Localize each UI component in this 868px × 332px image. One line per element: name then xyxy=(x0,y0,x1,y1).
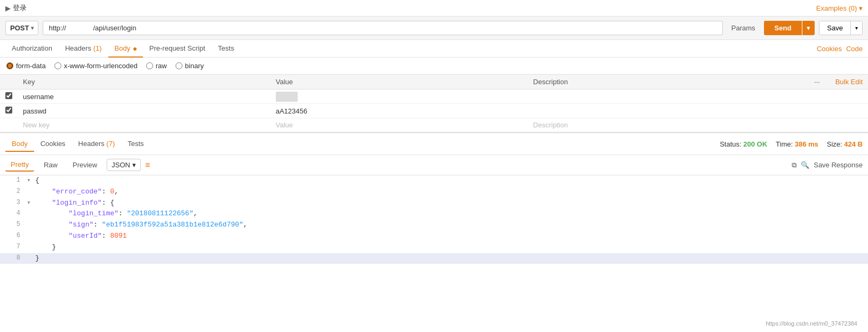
top-bar: ▶ 登录 Examples (0) ▾ xyxy=(0,0,868,17)
json-chevron-icon: ▾ xyxy=(132,161,136,169)
json-display: 1 ▾ { 2 "error_code": 0, 3 ▾ "login_info… xyxy=(0,175,868,264)
row1-checkbox[interactable] xyxy=(5,92,12,99)
response-tabs: Body Cookies Headers (7) Tests xyxy=(5,136,150,151)
json-line-2: 2 "error_code": 0, xyxy=(0,187,868,198)
new-desc-cell[interactable]: Description xyxy=(528,118,804,132)
format-raw-button[interactable]: Raw xyxy=(38,159,63,171)
urlencoded-option[interactable]: x-www-form-urlencoded xyxy=(54,62,138,70)
breadcrumb: ▶ 登录 xyxy=(5,3,27,13)
table-row: passwd aA123456 xyxy=(0,104,868,118)
send-dropdown-button[interactable]: ▾ xyxy=(802,21,815,35)
size-value: 424 B xyxy=(844,140,863,148)
breadcrumb-label: 登录 xyxy=(13,3,27,13)
form-data-label: form-data xyxy=(16,62,46,70)
raw-label: raw xyxy=(156,62,167,70)
json-line-5: 5 "sign": "eb1f51983f592a51a381b1e812e6d… xyxy=(0,220,868,231)
form-data-option[interactable]: form-data xyxy=(6,62,46,70)
row1-key-cell[interactable]: username xyxy=(18,90,270,104)
row2-check-cell xyxy=(0,104,18,118)
row2-extra xyxy=(804,104,825,118)
time-label: Time: 386 ms xyxy=(776,140,818,148)
save-button-group: Save ▾ xyxy=(819,21,863,35)
json-line-3: 3 ▾ "login_info": { xyxy=(0,198,868,209)
method-select[interactable]: POST ▾ xyxy=(5,21,38,35)
raw-option[interactable]: raw xyxy=(146,62,167,70)
json-format-select[interactable]: JSON ▾ xyxy=(107,159,141,171)
row1-extra xyxy=(804,90,825,104)
json-line-8: 8 } xyxy=(0,253,868,264)
binary-label: binary xyxy=(185,62,204,70)
row2-bulk xyxy=(825,104,868,118)
desc-header: Description xyxy=(528,75,804,90)
params-button[interactable]: Params xyxy=(727,21,760,35)
resp-tab-body[interactable]: Body xyxy=(5,136,34,152)
row1-desc-cell[interactable] xyxy=(528,90,804,104)
response-body-toolbar: Pretty Raw Preview JSON ▾ ≡ ⧉ 🔍 Save Res… xyxy=(0,155,868,175)
method-text: POST xyxy=(10,24,29,32)
urlencoded-label: x-www-form-urlencoded xyxy=(64,62,138,70)
json-line-1: 1 ▾ { xyxy=(0,175,868,187)
wrap-icon[interactable]: ≡ xyxy=(145,160,150,170)
status-value: 200 OK xyxy=(743,140,767,148)
breadcrumb-arrow: ▶ xyxy=(5,4,11,12)
table-row: username tar xyxy=(0,90,868,104)
send-button[interactable]: Send xyxy=(764,21,802,35)
resp-tab-headers[interactable]: Headers (7) xyxy=(72,136,122,152)
request-bar: POST ▾ Params Send ▾ Save ▾ xyxy=(0,17,868,40)
url-input[interactable] xyxy=(43,21,722,35)
request-tabs: Authorization Headers (1) Body Pre-reque… xyxy=(0,40,868,58)
bulk-edit-header[interactable]: Bulk Edit xyxy=(825,75,868,90)
status-label: Status: 200 OK xyxy=(720,140,767,148)
time-value: 386 ms xyxy=(795,140,818,148)
response-status: Status: 200 OK Time: 386 ms Size: 424 B xyxy=(720,140,863,148)
row2-desc-cell[interactable] xyxy=(528,104,804,118)
save-button[interactable]: Save xyxy=(819,21,850,35)
new-row: New key Value Description xyxy=(0,118,868,132)
format-preview-button[interactable]: Preview xyxy=(67,159,102,171)
resp-actions: ⧉ 🔍 Save Response xyxy=(792,161,863,169)
body-options: form-data x-www-form-urlencoded raw bina… xyxy=(0,58,868,75)
search-button[interactable]: 🔍 xyxy=(801,161,809,169)
row2-checkbox[interactable] xyxy=(5,107,12,114)
response-section: Body Cookies Headers (7) Tests Status: 2… xyxy=(0,132,868,264)
row2-key-cell[interactable]: passwd xyxy=(18,104,270,118)
key-header: Key xyxy=(18,75,270,90)
code-button[interactable]: Code xyxy=(846,45,863,53)
save-dropdown-button[interactable]: ▾ xyxy=(850,21,862,35)
binary-option[interactable]: binary xyxy=(176,62,204,70)
resp-tab-tests[interactable]: Tests xyxy=(121,136,150,152)
row1-value-blurred: tar xyxy=(276,92,298,102)
tab-tests[interactable]: Tests xyxy=(212,40,241,58)
examples-button[interactable]: Examples (0) ▾ xyxy=(816,4,863,12)
row1-check-cell xyxy=(0,90,18,104)
tab-headers[interactable]: Headers (1) xyxy=(59,40,108,58)
json-line-6: 6 "userId": 8091 xyxy=(0,231,868,242)
new-value-cell[interactable]: Value xyxy=(270,118,528,132)
form-table: Key Value Description ··· Bulk Edit user… xyxy=(0,75,868,132)
json-line-4: 4 "login_time": "20180811122656", xyxy=(0,208,868,220)
send-button-group: Send ▾ xyxy=(764,21,815,35)
size-label: Size: 424 B xyxy=(827,140,863,148)
tab-authorization[interactable]: Authorization xyxy=(5,40,59,58)
tab-actions: Cookies Code xyxy=(817,45,863,53)
format-pretty-button[interactable]: Pretty xyxy=(5,158,34,172)
response-header: Body Cookies Headers (7) Tests Status: 2… xyxy=(0,133,868,155)
tab-pre-request[interactable]: Pre-request Script xyxy=(143,40,212,58)
check-col-header xyxy=(0,75,18,90)
cookies-button[interactable]: Cookies xyxy=(817,45,842,53)
watermark: https://blog.csdn.net/m0_37472384 xyxy=(766,320,857,327)
save-response-button[interactable]: Save Response xyxy=(814,161,863,169)
json-line-7: 7 } xyxy=(0,242,868,253)
json-format-label: JSON xyxy=(112,161,130,169)
row1-value-cell[interactable]: tar xyxy=(270,90,528,104)
tab-body[interactable]: Body xyxy=(108,40,143,58)
new-key-placeholder: New key xyxy=(23,121,50,129)
new-key-cell[interactable]: New key xyxy=(18,118,270,132)
row1-bulk xyxy=(825,90,868,104)
resp-tab-cookies[interactable]: Cookies xyxy=(34,136,72,152)
copy-button[interactable]: ⧉ xyxy=(792,161,797,169)
row2-value-cell[interactable]: aA123456 xyxy=(270,104,528,118)
more-header: ··· xyxy=(804,75,825,90)
method-chevron-icon: ▾ xyxy=(31,25,34,31)
new-row-check xyxy=(0,118,18,132)
